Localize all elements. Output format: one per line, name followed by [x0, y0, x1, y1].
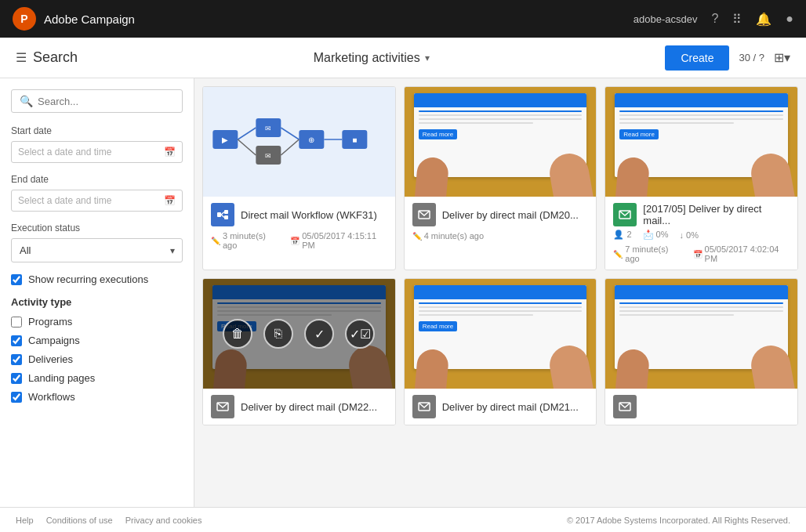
card-footer-3: [2017/05] Deliver by direct mail... 👤 2 …: [605, 197, 797, 270]
svg-line-20: [221, 215, 224, 218]
activity-type-deliveries: Deliveries: [11, 353, 183, 365]
card-icon-title-4: Deliver by direct mail (DM22...: [211, 395, 387, 418]
footer-copyright: © 2017 Adobe Systems Incorporated. All R…: [567, 516, 790, 525]
copy-button-4[interactable]: ⎘: [263, 319, 293, 349]
paper-line-2-4: [419, 122, 533, 124]
card-thumbnail-3: Read more: [605, 87, 797, 197]
card-title-5: Deliver by direct mail (DM21...: [442, 401, 579, 413]
card-date-1: 📅 05/05/2017 4:15:11 PM: [290, 231, 387, 250]
workflow-diagram: ▶ ✉ ✉ ⊕ ■: [203, 87, 395, 197]
bell-icon[interactable]: 🔔: [756, 12, 772, 27]
hover-overlay-4: 🗑 ⎘ ✓ ✓☑: [203, 279, 395, 389]
svg-text:⊕: ⊕: [308, 136, 314, 144]
workflows-checkbox[interactable]: [11, 392, 22, 403]
card-title-1: Direct mail Workflow (WKF31): [241, 209, 377, 221]
app-name: Adobe Campaign: [44, 13, 135, 26]
end-date-calendar-icon[interactable]: 📅: [164, 195, 176, 206]
delivery-icon-3: [613, 203, 637, 226]
read-more-btn-3: Read more: [619, 129, 659, 139]
stat-users-3: 👤 2: [613, 230, 631, 240]
delivery-icon-2: [412, 203, 436, 226]
sidebar-toggle-icon[interactable]: ☰: [16, 50, 27, 65]
landing-pages-label: Landing pages: [28, 372, 95, 384]
paper-line-6-1: [619, 302, 783, 304]
card-stats-3: 👤 2 📩 0% ↓ 0%: [613, 230, 790, 240]
landing-pages-checkbox[interactable]: [11, 373, 22, 384]
header-bar: ☰ Search Marketing activities ▾ Create 3…: [0, 38, 806, 78]
paper-content-3: Read more: [615, 107, 788, 143]
card-thumbnail-1: ▶ ✉ ✉ ⊕ ■: [203, 87, 395, 197]
start-date-label: Start date: [11, 125, 183, 136]
execution-status-select[interactable]: All In progress Finished Failed Paused: [11, 238, 183, 262]
paper-line-6-4: [619, 314, 734, 316]
username-label: adobe-acsdev: [634, 13, 698, 25]
paper-header-2: [414, 93, 587, 107]
section-dropdown-arrow[interactable]: ▾: [425, 52, 430, 63]
delivery-thumb-5: Read more: [405, 279, 597, 389]
card-title-4: Deliver by direct mail (DM22...: [241, 401, 377, 413]
card-delivery-5: Read more Deliver by direct mail (DM21..…: [404, 278, 597, 425]
activity-type-title: Activity type: [11, 296, 183, 308]
deliveries-label: Deliveries: [28, 353, 73, 365]
svg-rect-18: [224, 215, 228, 219]
footer-help-link[interactable]: Help: [16, 516, 34, 525]
page-title: Search: [33, 49, 78, 66]
footer-privacy-link[interactable]: Privacy and cookies: [125, 516, 202, 525]
view-toggle-button[interactable]: ⊞▾: [774, 50, 790, 65]
card-footer-5: Deliver by direct mail (DM21...: [405, 389, 597, 425]
card-icon-title-3: [2017/05] Deliver by direct mail...: [613, 203, 790, 226]
card-icon-title-5: Deliver by direct mail (DM21...: [412, 395, 589, 418]
end-date-label: End date: [11, 174, 183, 185]
show-recurring-checkbox[interactable]: [11, 274, 22, 285]
workflows-label: Workflows: [28, 391, 75, 403]
card-thumbnail-5: Read more: [405, 279, 597, 389]
programs-checkbox[interactable]: [11, 317, 22, 328]
paper-line-6-2: [619, 306, 783, 308]
create-button[interactable]: Create: [665, 45, 729, 71]
card-meta-3: ✏️ 7 minute(s) ago 📅 05/05/2017 4:02:04 …: [613, 244, 790, 263]
card-title-2: Deliver by direct mail (DM20...: [442, 209, 579, 221]
header-left: ☰ Search: [16, 49, 78, 66]
hand-graphic-3b: [615, 156, 651, 197]
grid-icon[interactable]: ⠿: [732, 12, 742, 27]
edit-icon-1: ✏️: [211, 237, 220, 245]
campaigns-checkbox[interactable]: [11, 335, 22, 346]
activity-type-programs: Programs: [11, 316, 183, 328]
campaigns-label: Campaigns: [28, 335, 80, 346]
delivery-icon-4: [211, 395, 234, 418]
user-avatar-icon[interactable]: ●: [786, 12, 793, 26]
card-icon-title-6: [613, 395, 790, 418]
card-time-3: ✏️ 7 minute(s) ago: [613, 244, 681, 263]
card-time-2: ✏️ 4 minute(s) ago: [412, 231, 484, 241]
paper-line-5-3: [419, 310, 583, 312]
hand-graphic-6b: [615, 348, 651, 389]
paper-header-3: [615, 93, 788, 107]
search-icon: 🔍: [20, 95, 33, 107]
stat-sent-3: 📩 0%: [643, 230, 669, 240]
help-icon[interactable]: ?: [711, 12, 718, 26]
svg-line-19: [221, 212, 224, 215]
cards-grid: ▶ ✉ ✉ ⊕ ■ Direct mail Workflow (WKF31): [202, 86, 798, 425]
delete-button-4[interactable]: 🗑: [223, 319, 252, 349]
paper-line-2-3: [419, 118, 583, 120]
calendar-icon-3: 📅: [693, 250, 703, 259]
card-thumbnail-4[interactable]: Read more 🗑 ⎘ ✓ ✓☑: [203, 279, 395, 389]
start-date-calendar-icon[interactable]: 📅: [164, 147, 176, 157]
svg-text:▶: ▶: [222, 136, 228, 144]
app-logo: P: [13, 7, 36, 31]
footer-conditions-link[interactable]: Conditions of use: [46, 516, 113, 525]
confirm-button-4[interactable]: ✓: [304, 319, 334, 349]
topnav-right: adobe-acsdev ? ⠿ 🔔 ●: [634, 12, 793, 27]
card-footer-2: Deliver by direct mail (DM20... ✏️ 4 min…: [405, 197, 597, 247]
check-button-4[interactable]: ✓☑: [345, 319, 375, 349]
workflow-icon-1: [211, 203, 234, 226]
start-date-wrapper: Select a date and time 📅: [11, 141, 183, 163]
paper-line-2-1: [419, 110, 583, 112]
card-thumbnail-6: [605, 279, 797, 389]
deliveries-checkbox[interactable]: [11, 354, 22, 365]
footer-links: Help Conditions of use Privacy and cooki…: [16, 516, 202, 525]
delivery-icon-6: [613, 395, 637, 418]
svg-rect-17: [224, 210, 228, 214]
search-input[interactable]: [38, 96, 174, 107]
delivery-thumb-2: Read more: [405, 87, 597, 197]
